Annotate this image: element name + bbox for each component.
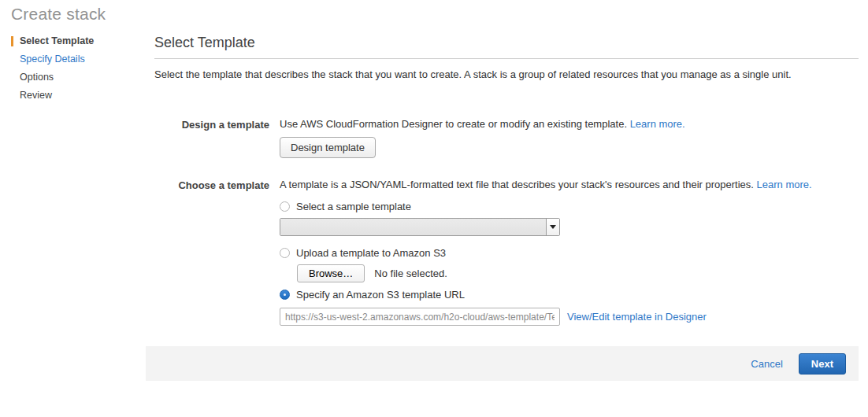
radio-select-sample-template[interactable]: Select a sample template <box>280 201 812 212</box>
radio-select-sample-label: Select a sample template <box>296 201 411 212</box>
radio-specify-url-label: Specify an Amazon S3 template URL <box>296 289 465 301</box>
page-title: Create stack <box>11 5 106 24</box>
section-description: Select the template that describes the s… <box>154 68 859 80</box>
design-template-text: Use AWS CloudFormation Designer to creat… <box>280 118 627 130</box>
radio-upload-template[interactable]: Upload a template to Amazon S3 <box>280 247 812 259</box>
choose-template-row: Choose a template A template is a JSON/Y… <box>154 179 859 326</box>
sample-template-select[interactable] <box>280 218 560 236</box>
radio-upload-label: Upload a template to Amazon S3 <box>296 247 446 259</box>
radio-unselected-icon <box>280 201 290 212</box>
radio-unselected-icon <box>280 248 290 258</box>
design-template-label: Design a template <box>154 118 269 158</box>
file-status-text: No file selected. <box>374 268 447 279</box>
sidebar-item-options: Options <box>11 72 129 83</box>
section-divider <box>154 58 859 59</box>
sidebar-item-select-template: Select Template <box>11 36 129 46</box>
sidebar-item-review: Review <box>11 90 129 101</box>
choose-template-label: Choose a template <box>154 179 269 326</box>
radio-selected-icon <box>280 290 290 300</box>
wizard-steps-sidebar: Select Template Specify Details Options … <box>11 36 129 109</box>
next-button[interactable]: Next <box>799 353 846 375</box>
upload-file-row: Browse… No file selected. <box>297 264 812 282</box>
dropdown-arrow-icon[interactable] <box>546 219 559 235</box>
design-template-button[interactable]: Design template <box>280 137 376 158</box>
design-learn-more-link[interactable]: Learn more. <box>630 118 685 130</box>
choose-template-text: A template is a JSON/YAML-formatted text… <box>280 179 754 190</box>
sample-template-select-value <box>280 219 546 235</box>
section-heading: Select Template <box>154 35 859 51</box>
create-stack-page: Create stack Select Template Specify Det… <box>0 0 868 417</box>
template-url-input[interactable] <box>280 308 560 326</box>
view-edit-designer-link[interactable]: View/Edit template in Designer <box>567 311 707 323</box>
url-input-row: View/Edit template in Designer <box>280 308 812 326</box>
main-panel: Select Template Select the template that… <box>154 35 859 326</box>
wizard-footer: Cancel Next <box>146 346 859 381</box>
browse-button[interactable]: Browse… <box>297 264 365 282</box>
cancel-button[interactable]: Cancel <box>751 358 782 370</box>
design-template-row: Design a template Use AWS CloudFormation… <box>154 118 859 158</box>
radio-specify-url[interactable]: Specify an Amazon S3 template URL <box>280 289 812 301</box>
choose-learn-more-link[interactable]: Learn more. <box>757 179 812 190</box>
sidebar-item-specify-details[interactable]: Specify Details <box>11 54 129 65</box>
